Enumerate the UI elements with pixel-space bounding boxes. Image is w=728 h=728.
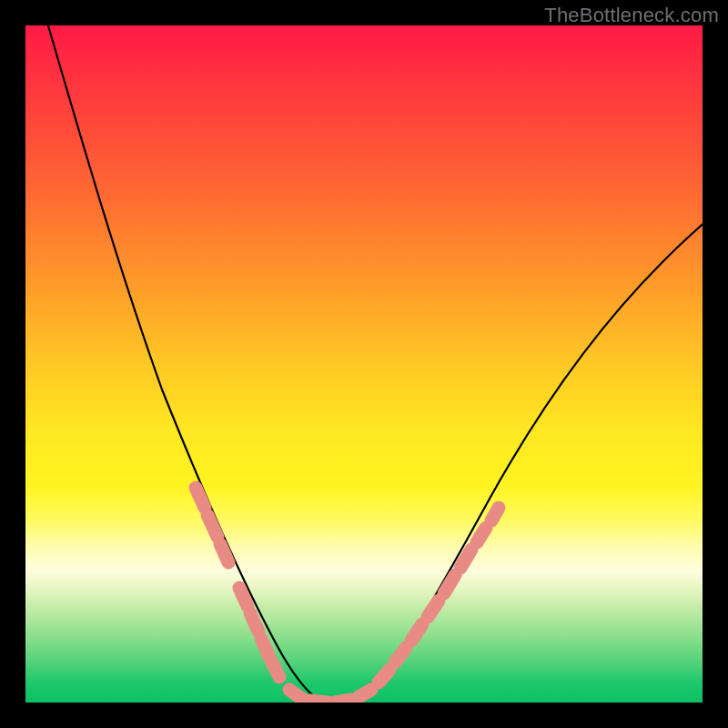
highlight-seg — [289, 690, 302, 699]
highlight-seg — [196, 488, 205, 508]
plot-area — [25, 25, 703, 703]
highlight-seg — [411, 624, 422, 641]
highlight-seg — [309, 701, 328, 703]
highlight-seg — [395, 648, 406, 662]
watermark-text: TheBottleneck.com — [544, 4, 719, 27]
highlight-seg — [335, 700, 351, 703]
highlight-seg — [272, 662, 279, 677]
highlight-seg — [477, 528, 486, 542]
highlight-seg — [428, 601, 439, 617]
highlight-seg — [491, 508, 499, 521]
highlight-seg — [444, 575, 455, 593]
highlight-seg — [207, 515, 217, 537]
highlight-seg — [379, 670, 389, 682]
chart-svg — [25, 25, 703, 703]
outer-frame: TheBottleneck.com — [0, 0, 728, 728]
highlight-seg — [359, 690, 371, 697]
bottleneck-curve — [46, 25, 703, 701]
highlight-seg — [250, 613, 258, 632]
highlight-seg — [239, 588, 248, 606]
highlight-seg — [460, 550, 471, 568]
highlight-seg — [220, 544, 228, 562]
highlight-seg — [261, 639, 269, 657]
